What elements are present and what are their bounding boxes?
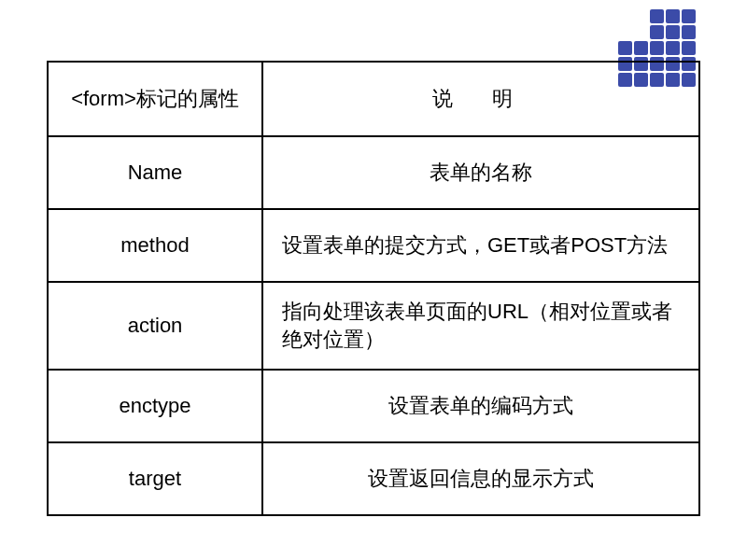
decoration-dot — [650, 41, 664, 55]
decoration-dot — [682, 9, 696, 23]
form-attributes-table: <form>标记的属性 说 明 Name 表单的名称 method 设置表单的提… — [47, 61, 700, 516]
decoration-dot — [682, 41, 696, 55]
attr-cell: method — [48, 209, 262, 282]
decoration-dot — [618, 41, 632, 55]
header-cell-attribute: <form>标记的属性 — [48, 62, 262, 136]
header-cell-description: 说 明 — [262, 62, 699, 136]
desc-cell: 指向处理该表单页面的URL（相对位置或者绝对位置） — [262, 282, 699, 370]
table-row: enctype 设置表单的编码方式 — [48, 370, 699, 442]
decoration-dot — [618, 25, 632, 39]
table-row: Name 表单的名称 — [48, 136, 699, 209]
attr-cell: enctype — [48, 370, 262, 442]
decoration-dot — [634, 41, 648, 55]
decoration-dot — [666, 41, 680, 55]
decoration-dot — [650, 9, 664, 23]
decoration-dot — [666, 9, 680, 23]
form-attributes-table-container: <form>标记的属性 说 明 Name 表单的名称 method 设置表单的提… — [47, 61, 700, 516]
table-row: target 设置返回信息的显示方式 — [48, 442, 699, 515]
header-description-text: 说 明 — [432, 87, 529, 110]
attr-cell: target — [48, 442, 262, 515]
desc-cell: 设置表单的提交方式，GET或者POST方法 — [262, 209, 699, 282]
desc-cell: 设置返回信息的显示方式 — [262, 442, 699, 515]
desc-cell: 设置表单的编码方式 — [262, 370, 699, 442]
decoration-dot — [634, 9, 648, 23]
table-row: method 设置表单的提交方式，GET或者POST方法 — [48, 209, 699, 282]
table-row: action 指向处理该表单页面的URL（相对位置或者绝对位置） — [48, 282, 699, 370]
attr-cell: action — [48, 282, 262, 370]
decoration-dot — [682, 25, 696, 39]
decoration-dot — [666, 25, 680, 39]
desc-cell: 表单的名称 — [262, 136, 699, 209]
decoration-dot — [634, 25, 648, 39]
decoration-dot — [618, 9, 632, 23]
table-header-row: <form>标记的属性 说 明 — [48, 62, 699, 136]
decoration-dot — [650, 25, 664, 39]
attr-cell: Name — [48, 136, 262, 209]
